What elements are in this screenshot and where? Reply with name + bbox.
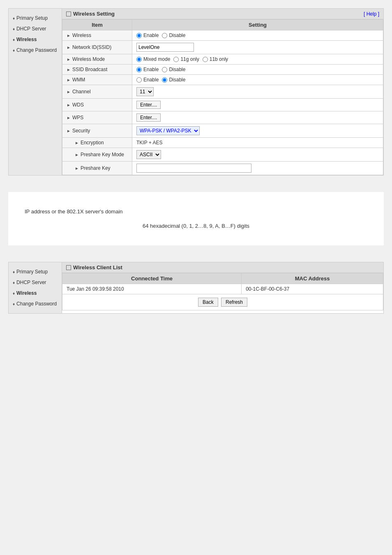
- sidebar-item-change-password[interactable]: ♦ Change Password: [9, 45, 62, 56]
- ssid-broadcast-radio-group: Enable Disable: [136, 67, 379, 72]
- bullet-icon: ♦: [13, 270, 15, 274]
- row-label-text: Wireless: [72, 32, 91, 38]
- sidebar-item-change-password-2[interactable]: ♦ Change Password: [9, 298, 62, 309]
- sidebar-label-primary-setup-2: Primary Setup: [16, 269, 48, 275]
- radio-disable[interactable]: [162, 67, 167, 72]
- radio-mixed[interactable]: [136, 57, 142, 62]
- wmm-radio-group: Enable Disable: [136, 77, 379, 83]
- sidebar-1: ♦ Primary Setup ♦ DHCP Server ♦ Wireless…: [9, 9, 62, 175]
- sidebar-label-dhcp-server-2: DHCP Server: [16, 280, 46, 285]
- sidebar-item-dhcp-server[interactable]: ♦ DHCP Server: [9, 23, 62, 34]
- bullet-icon: ♦: [13, 48, 15, 53]
- sidebar-item-wireless-2[interactable]: ♦ Wireless: [9, 288, 62, 298]
- row-label-wds: ► WDS: [67, 102, 128, 108]
- row-label-wmm: ► WMM: [67, 77, 128, 83]
- arrow-icon: ►: [67, 57, 71, 62]
- row-label-encryption: ► Encryption: [67, 140, 128, 146]
- text-block-2: 64 hexadecimal (0, 1, 2…8, 9, A, B…F) di…: [25, 223, 367, 229]
- wireless-client-list-section: ♦ Primary Setup ♦ DHCP Server ♦ Wireless…: [8, 262, 384, 314]
- sidebar-label-wireless-2: Wireless: [16, 290, 37, 296]
- sidebar-label-primary-setup: Primary Setup: [16, 15, 48, 21]
- client-list-panel: Wireless Client List Connected Time MAC …: [62, 262, 383, 313]
- col-header-mac-address: MAC Address: [242, 273, 383, 284]
- middle-text-1: IP address or the 802.1X server's domain: [25, 208, 123, 215]
- radio-label-enable[interactable]: Enable: [136, 67, 159, 72]
- arrow-icon: ►: [67, 129, 71, 133]
- radio-enable[interactable]: [136, 77, 142, 83]
- sidebar-item-wireless[interactable]: ♦ Wireless: [9, 34, 62, 45]
- col-header-item: Item: [62, 20, 132, 30]
- row-label-wireless: ► Wireless: [67, 32, 128, 38]
- radio-enable[interactable]: [136, 33, 142, 38]
- radio-label-11g[interactable]: 11g only: [173, 56, 199, 62]
- radio-label-11b[interactable]: 11b only: [203, 56, 228, 62]
- row-label-wps: ► WPS: [67, 115, 128, 120]
- encryption-value: TKIP + AES: [136, 140, 162, 146]
- radio-label-disable[interactable]: Disable: [162, 32, 185, 38]
- table-row: ► Preshare Key: [62, 162, 383, 175]
- preshare-key-mode-select[interactable]: ASCII HEX: [136, 150, 161, 159]
- refresh-button[interactable]: Refresh: [221, 298, 247, 307]
- table-row: ► Encryption TKIP + AES: [62, 138, 383, 148]
- sidebar-item-dhcp-server-2[interactable]: ♦ DHCP Server: [9, 277, 62, 288]
- panel-title-icon: [66, 12, 71, 16]
- radio-11g[interactable]: [173, 57, 179, 62]
- radio-label-disable[interactable]: Disable: [162, 77, 185, 83]
- panel-title-text: Wireless Setting: [73, 11, 115, 17]
- wireless-setting-panel: Wireless Setting [ Help ] Item Setting: [62, 9, 383, 175]
- sidebar-label-dhcp-server: DHCP Server: [16, 26, 46, 32]
- channel-select[interactable]: 1234 5678 91011 1213: [136, 87, 154, 96]
- radio-11b[interactable]: [203, 57, 208, 62]
- wireless-setting-section: ♦ Primary Setup ♦ DHCP Server ♦ Wireless…: [8, 8, 384, 176]
- col-header-setting: Setting: [132, 20, 383, 30]
- row-label-wireless-mode: ► Wireless Mode: [67, 56, 128, 62]
- radio-label-mixed[interactable]: Mixed mode: [136, 56, 170, 62]
- radio-label-disable[interactable]: Disable: [162, 67, 185, 72]
- row-label-text: WPS: [72, 115, 83, 120]
- radio-label-enable[interactable]: Enable: [136, 32, 159, 38]
- actions-row: Back Refresh: [62, 294, 383, 310]
- security-select[interactable]: WPA-PSK / WPA2-PSK WEP Disable: [136, 126, 200, 135]
- client-table: Connected Time MAC Address Tue Jan 26 09…: [62, 273, 383, 310]
- cell-mac-address: 00-1C-BF-00-C6-37: [242, 284, 383, 294]
- sidebar-item-primary-setup[interactable]: ♦ Primary Setup: [9, 13, 62, 23]
- bullet-icon: ♦: [13, 37, 15, 42]
- row-label-text: Channel: [72, 89, 91, 95]
- arrow-icon: ►: [67, 116, 71, 120]
- table-row: Tue Jan 26 09:39:58 2010 00-1C-BF-00-C6-…: [62, 284, 383, 294]
- client-list-panel-title-text: Wireless Client List: [73, 264, 122, 271]
- panel-title: Wireless Setting: [66, 11, 115, 17]
- radio-disable[interactable]: [162, 77, 167, 83]
- radio-disable[interactable]: [162, 33, 167, 38]
- radio-enable[interactable]: [136, 67, 142, 72]
- table-row: ► Wireless Enable Disable: [62, 30, 383, 41]
- table-row: ► WDS Enter....: [62, 99, 383, 111]
- row-label-preshare-key: ► Preshare Key: [67, 165, 128, 171]
- row-label-text: Encryption: [81, 140, 104, 146]
- row-label-text: Preshare Key Mode: [81, 152, 124, 157]
- bullet-icon: ♦: [13, 27, 15, 31]
- ssid-input[interactable]: [136, 43, 194, 52]
- panel-header: Wireless Setting [ Help ]: [62, 9, 383, 19]
- arrow-icon: ►: [67, 78, 71, 82]
- wds-enter-button[interactable]: Enter....: [136, 101, 161, 109]
- help-link[interactable]: [ Help ]: [364, 11, 379, 17]
- row-label-text: WDS: [72, 102, 84, 108]
- wireless-radio-group: Enable Disable: [136, 32, 379, 38]
- arrow-icon: ►: [67, 33, 71, 38]
- arrow-icon: ►: [67, 45, 71, 50]
- row-label-preshare-key-mode: ► Preshare Key Mode: [67, 152, 128, 157]
- arrow-icon: ►: [75, 153, 79, 157]
- sidebar-2: ♦ Primary Setup ♦ DHCP Server ♦ Wireless…: [9, 262, 62, 313]
- table-row: ► WMM Enable Disable: [62, 75, 383, 85]
- table-row: ► Preshare Key Mode ASCII HEX: [62, 148, 383, 162]
- sidebar-label-change-password-2: Change Password: [16, 301, 57, 307]
- sidebar-item-primary-setup-2[interactable]: ♦ Primary Setup: [9, 266, 62, 277]
- preshare-key-input[interactable]: [136, 164, 251, 173]
- col-header-connected-time: Connected Time: [62, 273, 242, 284]
- back-button[interactable]: Back: [198, 298, 218, 307]
- wps-enter-button[interactable]: Enter....: [136, 113, 161, 122]
- radio-label-enable[interactable]: Enable: [136, 77, 159, 83]
- row-label-text: WMM: [72, 77, 85, 83]
- table-row: ► Wireless Mode Mixed mode 11g only 11b …: [62, 54, 383, 65]
